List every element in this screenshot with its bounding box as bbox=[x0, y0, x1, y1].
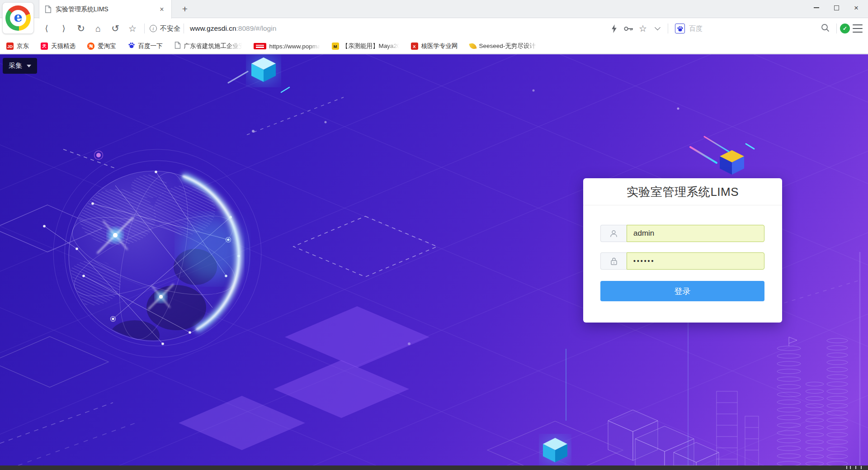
favorite-star-button[interactable]: ☆ bbox=[124, 20, 141, 37]
document-icon bbox=[175, 42, 181, 51]
address-bar[interactable]: www.gzesdi.cn :8089/#/login bbox=[190, 24, 607, 33]
new-tab-button[interactable]: + bbox=[179, 3, 191, 15]
window-maximize-button[interactable] bbox=[826, 1, 846, 14]
divider bbox=[144, 24, 145, 33]
page-favicon-icon bbox=[45, 5, 52, 13]
taskbar-glyph bbox=[850, 466, 851, 469]
login-title: 实验室管理系统LIMS bbox=[583, 178, 782, 205]
password-key-icon[interactable] bbox=[621, 21, 636, 36]
taskbar-glyph bbox=[846, 466, 848, 469]
url-host: www.gzesdi.cn bbox=[190, 24, 236, 33]
user-icon bbox=[600, 225, 627, 242]
coil-towers bbox=[777, 337, 848, 465]
divider bbox=[668, 24, 668, 33]
browser-logo-letter: e bbox=[10, 10, 26, 26]
window-controls: × bbox=[807, 0, 866, 15]
toolbar-search-box[interactable]: 百度 bbox=[671, 21, 833, 36]
tmall-icon: 天 bbox=[41, 43, 48, 50]
login-button[interactable]: 登录 bbox=[600, 281, 764, 301]
window-minimize-button[interactable] bbox=[807, 1, 826, 14]
security-label: 不安全 bbox=[160, 24, 180, 33]
bookmark-page-star-icon[interactable]: ☆ bbox=[636, 21, 650, 36]
maximize-icon bbox=[834, 5, 839, 10]
jd-icon: JD bbox=[6, 43, 14, 50]
bookmark-popmart[interactable]: https://www.popma bbox=[254, 43, 320, 50]
gradient-sparks bbox=[228, 71, 754, 163]
close-icon: × bbox=[854, 4, 859, 12]
reload-button[interactable]: ↻ bbox=[72, 20, 90, 37]
taskbar-glyph bbox=[861, 466, 862, 469]
chevron-down-icon[interactable] bbox=[650, 21, 665, 36]
globe-art bbox=[43, 149, 261, 357]
tab-close-icon[interactable]: × bbox=[158, 5, 166, 14]
taobao-icon: 淘 bbox=[87, 43, 94, 50]
divider bbox=[184, 24, 184, 33]
bookmark-aitaobao[interactable]: 淘 爱淘宝 bbox=[87, 42, 116, 50]
wire-towers bbox=[717, 391, 759, 465]
bookmark-baidu[interactable]: 百度一下 bbox=[128, 42, 163, 51]
city-blocks bbox=[608, 410, 719, 465]
minimize-icon bbox=[814, 7, 819, 8]
bookmark-jd[interactable]: JD 京东 bbox=[6, 42, 29, 50]
username-input[interactable] bbox=[627, 225, 764, 242]
browser-logo-ring: e bbox=[5, 5, 31, 31]
tab-bar: e 实验管理系统LIMS × + × bbox=[0, 0, 868, 18]
site-security-chip[interactable]: i 不安全 bbox=[150, 24, 180, 33]
browser-logo[interactable]: e bbox=[2, 2, 34, 34]
password-input[interactable] bbox=[627, 252, 764, 270]
tab-title: 实验管理系统LIMS bbox=[56, 5, 158, 14]
bookmark-gdjz[interactable]: 广东省建筑施工企业安 bbox=[175, 42, 242, 51]
taskbar-glyph bbox=[855, 466, 857, 469]
page-content: 采集 实验室管理系统LIMS 登录 bbox=[0, 54, 868, 465]
baidu-paw-icon bbox=[128, 42, 135, 51]
lock-icon bbox=[600, 252, 627, 270]
back-button[interactable]: ⟨ bbox=[38, 20, 55, 37]
home-button[interactable]: ⌂ bbox=[90, 20, 107, 37]
navigation-bar: ⟨ ⟩ ↻ ⌂ ↺ ☆ i 不安全 www.gzesdi.cn :8089/#/… bbox=[0, 18, 868, 39]
cube-top bbox=[249, 55, 278, 84]
seeseed-leaf-icon bbox=[469, 42, 476, 50]
search-icon[interactable] bbox=[821, 24, 830, 34]
flash-lightning-icon[interactable] bbox=[607, 21, 621, 36]
username-row bbox=[600, 225, 764, 242]
window-close-button[interactable]: × bbox=[846, 1, 866, 14]
caret-down-icon bbox=[27, 65, 31, 67]
info-icon: i bbox=[150, 25, 157, 32]
bookmarks-bar: JD 京东 天 天猫精选 淘 爱淘宝 百度一下 广东省建筑施工企业安 https… bbox=[0, 39, 868, 54]
search-placeholder: 百度 bbox=[689, 24, 821, 33]
nuclear-medicine-icon: X bbox=[411, 43, 418, 50]
active-tab[interactable]: 实验管理系统LIMS × bbox=[39, 0, 172, 19]
login-card: 实验室管理系统LIMS 登录 bbox=[583, 178, 782, 323]
url-path: :8089/#/login bbox=[236, 24, 277, 33]
cube-right bbox=[720, 150, 744, 175]
password-row bbox=[600, 252, 764, 270]
bottom-taskbar-strip bbox=[0, 465, 868, 470]
baidu-engine-icon[interactable] bbox=[675, 24, 685, 33]
undo-close-tab-button[interactable]: ↺ bbox=[107, 20, 124, 37]
cube-bottom bbox=[542, 437, 569, 464]
collect-dropdown-button[interactable]: 采集 bbox=[3, 58, 37, 74]
security-shield-icon[interactable]: ✓ bbox=[840, 24, 850, 33]
menu-hamburger-icon[interactable] bbox=[852, 24, 863, 33]
bookmark-seeseed[interactable]: Seeseed-无穷尽设计 bbox=[470, 42, 539, 50]
popmart-icon bbox=[254, 43, 266, 49]
collect-label: 采集 bbox=[9, 62, 22, 70]
bookmark-tmall[interactable]: 天 天猫精选 bbox=[41, 42, 75, 50]
forward-button[interactable]: ⟩ bbox=[55, 20, 72, 37]
divider bbox=[836, 24, 837, 33]
maya-icon: M bbox=[332, 43, 339, 50]
bookmark-maya[interactable]: M 【亲测能用】Maya20 bbox=[332, 42, 399, 50]
bookmark-heyixue[interactable]: X 核医学专业网 bbox=[411, 42, 458, 50]
